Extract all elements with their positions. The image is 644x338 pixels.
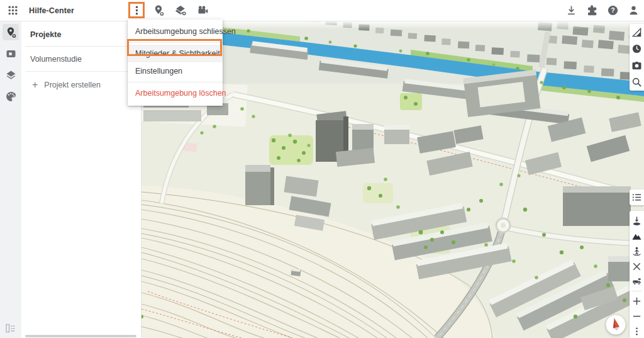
account-button[interactable] [625, 3, 641, 19]
slope-button[interactable] [630, 25, 644, 39]
create-project-label: Projekt erstellen [44, 81, 101, 89]
divider [128, 42, 223, 43]
compass-button[interactable] [605, 314, 626, 335]
horizontal-scrollbar[interactable] [25, 335, 136, 337]
menu-item-delete-workspace[interactable]: Arbeitsumgebung löschen [128, 84, 223, 102]
list-icon [631, 192, 642, 203]
time-button[interactable] [630, 42, 644, 56]
left-icon-rail [0, 21, 21, 338]
panel-heading: Projekte [21, 21, 141, 46]
workspace-menu-button[interactable] [128, 3, 145, 19]
project-list-item[interactable]: Volumenstudie [21, 47, 141, 71]
layers-icon [5, 69, 17, 81]
create-project-button[interactable]: + Projekt erstellen [21, 72, 141, 89]
pedestrian-icon [631, 246, 642, 257]
media-display-icon [5, 48, 17, 60]
sidebar-item-styles[interactable] [3, 88, 19, 104]
download-button[interactable] [563, 3, 579, 19]
scene-layers-button[interactable] [172, 3, 189, 19]
divider [631, 291, 642, 291]
axes-button[interactable] [630, 260, 644, 273]
minus-icon [631, 311, 642, 322]
kebab-menu-icon [131, 4, 143, 16]
axes-cross-icon [631, 261, 642, 272]
plus-icon [631, 296, 642, 307]
sidebar-item-media[interactable] [3, 45, 19, 62]
projects-panel: Projekte Volumenstudie + Projekt erstell… [21, 21, 142, 338]
account-icon [628, 4, 640, 16]
search-button[interactable] [630, 76, 644, 89]
puzzle-icon [586, 4, 598, 16]
sidebar-item-layers[interactable] [3, 67, 19, 83]
camera-icon [631, 60, 642, 71]
map-toolbar-list [630, 189, 644, 205]
palette-icon [5, 91, 17, 103]
menu-item-settings[interactable]: Einstellungen [128, 62, 223, 80]
pedestrian-view-button[interactable] [630, 245, 644, 258]
terrain-button[interactable] [630, 230, 644, 243]
zoom-in-button[interactable] [630, 295, 644, 308]
menu-item-close-workspace[interactable]: Arbeitsumgebung schliessen [128, 23, 223, 40]
list-button[interactable] [630, 191, 644, 205]
map-toolbar-main [630, 211, 644, 338]
clock-icon [631, 43, 642, 54]
menu-item-members-visibility[interactable]: Mitglieder & Sichtbarkeit [128, 45, 223, 62]
divider [128, 82, 223, 82]
svg-text:?: ? [611, 7, 614, 14]
apps-grid-button[interactable] [4, 3, 21, 19]
apps-grid-icon [7, 4, 19, 16]
video-camera-button[interactable] [194, 3, 211, 19]
layers-icon [175, 4, 187, 16]
drop-to-ground-icon [631, 216, 642, 227]
kebab-menu-icon [631, 326, 642, 337]
video-camera-icon [197, 4, 209, 16]
download-icon [565, 4, 577, 16]
vehicle-button[interactable] [630, 275, 644, 288]
plugins-button[interactable] [584, 3, 600, 19]
workspace-title: Hilfe-Center [29, 6, 74, 15]
map-more-button[interactable] [630, 325, 644, 338]
project-location-button[interactable] [150, 3, 167, 19]
top-bar: Hilfe-Center [0, 0, 644, 21]
brand-logo-icon [5, 324, 16, 333]
plus-icon: + [32, 81, 38, 89]
screenshot-button[interactable] [630, 59, 644, 72]
slope-triangle-icon [631, 27, 642, 38]
sidebar-item-projects[interactable] [3, 24, 19, 40]
project-pin-icon [153, 4, 165, 16]
help-icon: ? [607, 4, 619, 16]
drop-to-ground-button[interactable] [630, 215, 644, 228]
map-toolbar-top [630, 24, 644, 91]
workspace-dropdown-menu: Arbeitsumgebung schliessen Mitglieder & … [128, 20, 223, 106]
vehicle-icon [631, 276, 642, 286]
projects-pin-icon [5, 26, 17, 38]
terrain-mountains-icon [631, 231, 642, 242]
help-button[interactable]: ? [604, 3, 621, 19]
search-icon [631, 77, 642, 87]
zoom-out-button[interactable] [630, 310, 644, 323]
